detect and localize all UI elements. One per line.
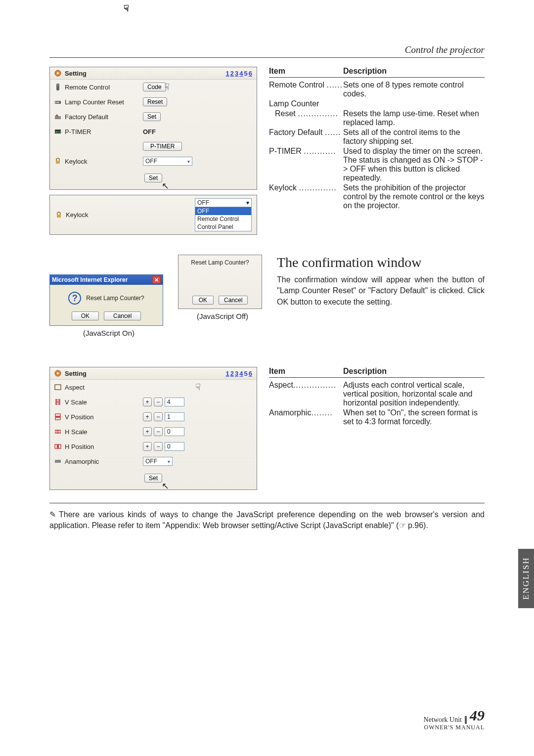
vscale-minus[interactable]: − xyxy=(154,398,163,406)
ie-question: Reset Lamp Counter? xyxy=(86,295,144,302)
page-footer: Network Unit49 OWNER'S MANUAL xyxy=(424,707,485,731)
vpos-icon xyxy=(54,413,62,421)
factory-set-button[interactable]: Set xyxy=(143,112,161,121)
hpos-plus[interactable]: + xyxy=(143,442,152,451)
factory-icon xyxy=(54,113,62,121)
gear-icon xyxy=(54,369,62,377)
svg-rect-13 xyxy=(57,215,61,218)
hpos-minus[interactable]: − xyxy=(154,442,163,451)
aspect-icon xyxy=(54,383,62,391)
svg-rect-8 xyxy=(55,116,61,119)
hpos-icon xyxy=(54,443,62,450)
remote-icon xyxy=(54,83,62,91)
description-table-2: Item Description Aspect................A… xyxy=(269,367,485,426)
keylock-icon xyxy=(54,157,62,165)
keylock-select[interactable]: OFF▾ xyxy=(143,157,192,166)
svg-rect-5 xyxy=(55,101,56,103)
close-icon[interactable]: ✕ xyxy=(152,276,161,284)
vpos-value[interactable]: 1 xyxy=(165,412,184,421)
pencil-icon: ✎ xyxy=(49,510,56,519)
vscale-plus[interactable]: + xyxy=(143,398,152,406)
col-item-2: Item xyxy=(269,367,343,376)
svg-rect-7 xyxy=(58,101,59,103)
confirmation-headline: The confirmation window xyxy=(277,255,485,270)
language-tab: ENGLISH xyxy=(518,549,534,608)
ie-dialog-title: Microsoft Internet Explorer xyxy=(52,276,128,283)
panel1-set-button[interactable]: Set xyxy=(144,174,162,182)
js-off-caption: (JavaScript Off) xyxy=(178,312,267,320)
chevron-down-icon: ▾ xyxy=(187,159,190,164)
description-table-1: Item Description Remote Control ......Se… xyxy=(269,67,485,210)
setting-panel-1: Setting 123456 ☟ Remote Control Code☟ La… xyxy=(49,67,257,190)
ptimer-icon: 88:88 xyxy=(54,128,62,135)
confirmation-section: Microsoft Internet Explorer ✕ ? Reset La… xyxy=(49,255,485,337)
dd-option-remote[interactable]: Remote Control xyxy=(195,215,251,223)
js-on-caption: (JavaScript On) xyxy=(49,329,168,337)
hscale-value[interactable]: 0 xyxy=(165,427,184,436)
aspect-label: Aspect xyxy=(65,384,85,391)
page-links-2[interactable]: 123456 xyxy=(225,370,253,377)
anamorphic-icon xyxy=(54,457,62,465)
svg-point-15 xyxy=(57,372,59,374)
confirmation-body: The confirmation window will appear when… xyxy=(277,274,485,308)
svg-rect-16 xyxy=(55,385,61,390)
keylock-dropdown-panel: Keylock OFF▾ OFF Remote Control Control … xyxy=(49,195,257,235)
gear-icon xyxy=(54,69,62,77)
ptimer-label: P-TIMER xyxy=(65,128,91,135)
page-header-title: Control the projector xyxy=(49,44,485,58)
hscale-minus[interactable]: − xyxy=(154,427,163,436)
factory-label: Factory Default xyxy=(65,113,108,121)
vpos-minus[interactable]: − xyxy=(154,412,163,421)
chevron-down-icon: ▾ xyxy=(246,199,249,206)
reset-button[interactable]: Reset xyxy=(143,97,167,106)
keylock-dropdown-open[interactable]: OFF▾ OFF Remote Control Control Panel xyxy=(195,198,252,231)
panel2-title: Setting xyxy=(65,370,87,377)
svg-rect-19 xyxy=(55,416,60,418)
lamp-label: Lamp Counter Reset xyxy=(65,98,124,106)
footnote: ✎There are various kinds of ways to chan… xyxy=(49,503,485,532)
vpos-plus[interactable]: + xyxy=(143,412,152,421)
chevron-down-icon: ▾ xyxy=(168,459,170,464)
mini-keylock-label: Keylock xyxy=(66,211,89,219)
lamp-icon xyxy=(54,98,62,106)
panel2-set-button[interactable]: Set xyxy=(144,474,162,483)
col-desc-2: Description xyxy=(343,367,387,376)
svg-rect-12 xyxy=(56,161,60,164)
svg-text:88:88: 88:88 xyxy=(55,131,62,133)
ptimer-button[interactable]: P-TIMER xyxy=(143,142,182,151)
bottom-section: Setting 123456 Aspect ☟ V Scale +−4 V Po… xyxy=(49,367,485,490)
svg-rect-22 xyxy=(57,445,59,448)
code-button[interactable]: Code xyxy=(143,83,166,91)
cursor-icon: ☟ xyxy=(195,382,201,393)
cursor-icon: ☟ xyxy=(124,3,129,14)
ie-confirm-dialog: Microsoft Internet Explorer ✕ ? Reset La… xyxy=(49,274,163,326)
dd-option-off[interactable]: OFF xyxy=(195,207,251,215)
keylock-label: Keylock xyxy=(65,158,88,165)
cursor-icon: ↖ xyxy=(162,481,169,491)
svg-point-1 xyxy=(57,72,59,74)
anamorphic-select[interactable]: OFF▾ xyxy=(143,457,173,466)
setting-panel-2: Setting 123456 Aspect ☟ V Scale +−4 V Po… xyxy=(49,367,257,490)
dd-option-panel[interactable]: Control Panel xyxy=(195,223,251,231)
vpos-label: V Position xyxy=(65,413,94,421)
vscale-value[interactable]: 4 xyxy=(165,398,184,406)
vscale-label: V Scale xyxy=(65,399,87,406)
vscale-icon xyxy=(54,398,62,406)
keylock-icon xyxy=(55,211,63,219)
page-links[interactable]: 123456 xyxy=(225,70,253,77)
ie-ok-button[interactable]: OK xyxy=(72,311,99,320)
plain-cancel-button[interactable]: Cancel xyxy=(219,296,248,305)
svg-rect-6 xyxy=(57,101,58,103)
cursor-icon: ↖ xyxy=(162,180,169,191)
plain-ok-button[interactable]: OK xyxy=(192,296,214,305)
ptimer-status: OFF xyxy=(143,128,156,135)
svg-point-3 xyxy=(57,85,58,86)
hscale-label: H Scale xyxy=(65,428,88,436)
ie-cancel-button[interactable]: Cancel xyxy=(104,311,141,320)
hscale-plus[interactable]: + xyxy=(143,427,152,436)
hscale-icon xyxy=(54,428,62,436)
plain-confirm-dialog: Reset Lamp Counter? OK Cancel xyxy=(178,255,262,309)
hpos-value[interactable]: 0 xyxy=(165,442,184,451)
question-icon: ? xyxy=(68,292,81,305)
plain-question: Reset Lamp Counter? xyxy=(181,259,259,266)
